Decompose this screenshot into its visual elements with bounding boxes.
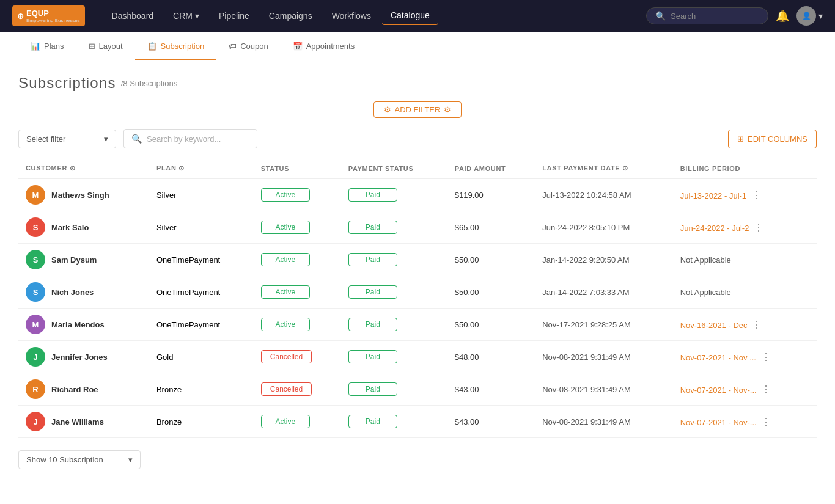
search-input[interactable]	[671, 12, 759, 21]
row-more-button-0[interactable]: ⋮	[749, 189, 763, 202]
add-filter-button[interactable]: ⚙ ADD FILTER ⚙	[373, 101, 462, 118]
date-cell-1: Jun-24-2022 8:05:10 PM	[535, 211, 672, 244]
nav-campaigns[interactable]: Campaigns	[260, 7, 321, 24]
subscriptions-table: CUSTOMER ⊙ PLAN ⊙ STATUS PAYMENT STATUS …	[18, 158, 817, 438]
secondary-navigation: 📊 Plans ⊞ Layout 📋 Subscription 🏷 Coupon…	[0, 32, 835, 62]
billing-cell-5: Nov-07-2021 - Nov ... ⋮	[673, 341, 817, 373]
tab-appointments[interactable]: 📅 Appointments	[281, 33, 367, 60]
payment-status-cell-7: Paid	[341, 406, 447, 438]
col-plan: PLAN ⊙	[149, 158, 254, 179]
billing-period-2: Not Applicable	[680, 255, 731, 265]
table-row: M Maria Mendos OneTimePayment Active Pai…	[18, 309, 817, 341]
col-billing-period: BILLING PERIOD	[673, 158, 817, 179]
nav-workflows[interactable]: Workflows	[323, 7, 380, 24]
amount-cell-4: $50.00	[447, 309, 535, 341]
billing-period-6: Nov-07-2021 - Nov-...	[680, 385, 757, 395]
global-search[interactable]: 🔍	[646, 7, 768, 24]
customer-name-5: Jennifer Jones	[51, 352, 108, 362]
customer-avatar-2: S	[26, 250, 45, 269]
payment-status-cell-4: Paid	[341, 309, 447, 341]
table-row: S Mark Salo Silver Active Paid $65.00 Ju…	[18, 211, 817, 244]
status-cell-1: Active	[254, 211, 341, 244]
filter-row: ⚙ ADD FILTER ⚙	[18, 101, 817, 118]
plan-sort-icon[interactable]: ⊙	[178, 164, 185, 172]
row-more-button-6[interactable]: ⋮	[759, 383, 773, 396]
customer-name-0: Mathews Singh	[51, 191, 109, 200]
row-more-button-5[interactable]: ⋮	[759, 351, 773, 363]
tab-subscription[interactable]: 📋 Subscription	[135, 33, 217, 60]
row-more-button-7[interactable]: ⋮	[759, 415, 773, 428]
nav-right: 🔍 🔔 👤 ▾	[646, 6, 823, 26]
customer-sort-icon[interactable]: ⊙	[70, 164, 76, 172]
billing-cell-3: Not Applicable	[673, 276, 817, 309]
coupon-icon: 🏷	[229, 42, 237, 51]
edit-columns-button[interactable]: ⊞ EDIT COLUMNS	[728, 130, 817, 148]
nav-dashboard[interactable]: Dashboard	[103, 7, 163, 24]
status-cell-6: Cancelled	[254, 373, 341, 406]
plans-icon: 📊	[31, 42, 40, 51]
billing-period-3: Not Applicable	[680, 288, 731, 297]
show-subscription-label: Show 10 Subscription	[26, 455, 103, 464]
subscription-icon: 📋	[147, 42, 157, 51]
keyword-search[interactable]: 🔍	[123, 129, 257, 148]
customer-name-7: Jane Williams	[51, 417, 104, 426]
date-cell-0: Jul-13-2022 10:24:58 AM	[535, 179, 672, 211]
status-cell-4: Active	[254, 309, 341, 341]
status-cell-2: Active	[254, 244, 341, 276]
customer-cell-3: S Nich Jones	[18, 276, 149, 309]
amount-cell-6: $43.00	[447, 373, 535, 406]
select-filter-dropdown[interactable]: Select filter ▾	[18, 130, 116, 148]
show-subscription-dropdown[interactable]: Show 10 Subscription ▾	[18, 450, 141, 469]
nav-pipeline[interactable]: Pipeline	[210, 7, 258, 24]
customer-avatar-4: M	[26, 315, 45, 334]
table-row: S Sam Dysum OneTimePayment Active Paid $…	[18, 244, 817, 276]
customer-name-6: Richard Roe	[51, 385, 98, 394]
payment-status-cell-6: Paid	[341, 373, 447, 406]
tab-layout[interactable]: ⊞ Layout	[76, 33, 135, 60]
filter-icon-right: ⚙	[444, 105, 451, 114]
top-navigation: ⊕ EQUP Empowering Businesses Dashboard C…	[0, 0, 835, 32]
customer-avatar-5: J	[26, 347, 45, 367]
tab-plans[interactable]: 📊 Plans	[18, 33, 76, 60]
status-badge-2: Active	[261, 253, 310, 266]
customer-avatar-3: S	[26, 282, 45, 302]
amount-cell-0: $119.00	[447, 179, 535, 211]
billing-period-7: Nov-07-2021 - Nov-...	[680, 418, 757, 427]
billing-cell-6: Nov-07-2021 - Nov-... ⋮	[673, 373, 817, 406]
user-avatar-menu[interactable]: 👤 ▾	[796, 6, 823, 26]
nav-catalogue[interactable]: Catalogue	[382, 7, 438, 25]
nav-crm[interactable]: CRM ▾	[164, 7, 208, 24]
subscription-count: /8 Subscriptions	[121, 79, 178, 88]
layout-icon: ⊞	[89, 42, 95, 51]
amount-cell-3: $50.00	[447, 276, 535, 309]
plan-cell-7: Bronze	[149, 406, 254, 438]
status-cell-3: Active	[254, 276, 341, 309]
select-chevron-icon: ▾	[104, 134, 108, 144]
col-status: STATUS	[254, 158, 341, 179]
date-cell-3: Jan-14-2022 7:03:33 AM	[535, 276, 672, 309]
row-more-button-4[interactable]: ⋮	[749, 318, 764, 331]
payment-badge-6: Paid	[348, 382, 397, 396]
customer-cell-5: J Jennifer Jones	[18, 341, 149, 373]
nav-links: Dashboard CRM ▾ Pipeline Campaigns Workf…	[103, 7, 640, 25]
keyword-search-input[interactable]	[147, 134, 249, 144]
logo[interactable]: ⊕ EQUP Empowering Businesses	[12, 5, 85, 26]
col-paid-amount: PAID AMOUNT	[447, 158, 535, 179]
notification-bell-icon[interactable]: 🔔	[776, 9, 789, 23]
billing-cell-2: Not Applicable	[673, 244, 817, 276]
tab-coupon[interactable]: 🏷 Coupon	[216, 33, 281, 60]
payment-badge-1: Paid	[348, 221, 397, 234]
show-chevron-icon: ▾	[128, 455, 133, 464]
page-title: Subscriptions	[18, 75, 116, 92]
payment-status-cell-2: Paid	[341, 244, 447, 276]
search-icon: 🔍	[655, 11, 666, 21]
date-sort-icon[interactable]: ⊙	[622, 164, 628, 172]
billing-period-0: Jul-13-2022 - Jul-1	[680, 191, 746, 200]
table-row: S Nich Jones OneTimePayment Active Paid …	[18, 276, 817, 309]
customer-cell-4: M Maria Mendos	[18, 309, 149, 341]
plan-cell-2: OneTimePayment	[149, 244, 254, 276]
row-more-button-1[interactable]: ⋮	[751, 221, 766, 234]
logo-icon: ⊕	[17, 12, 24, 21]
date-cell-7: Nov-08-2021 9:31:49 AM	[535, 406, 672, 438]
plan-cell-1: Silver	[149, 211, 254, 244]
